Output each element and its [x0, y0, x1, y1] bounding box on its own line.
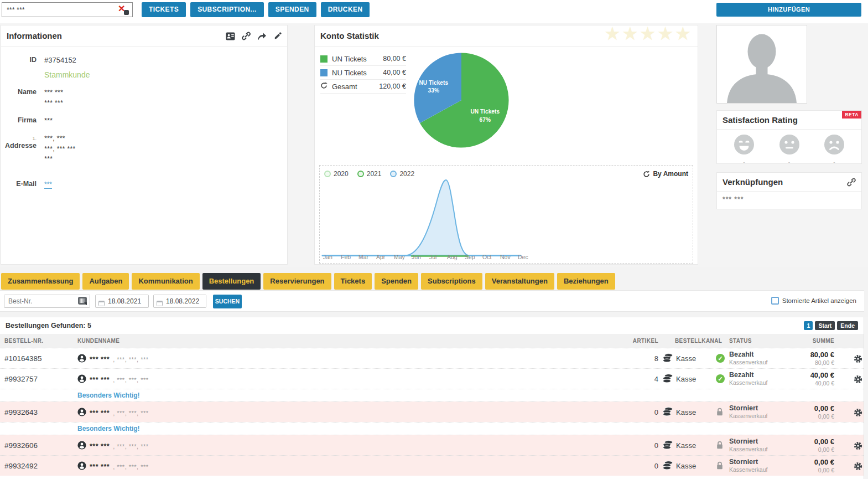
pie-label-nu: NU Tickets [419, 80, 448, 86]
order-note-row: Besonders Wichtig! [0, 422, 864, 435]
search-input[interactable] [2, 3, 132, 17]
orders-table-panel: Bestellungen Gefunden: 5 1 Start Ende BE… [0, 317, 864, 479]
status-label: Bezahlt [729, 371, 767, 379]
year-toggle-2022[interactable]: 2022 [390, 170, 414, 178]
order-number[interactable]: #9932606 [4, 441, 38, 450]
month-tick-jul: Jul [429, 254, 436, 260]
smiley-happy[interactable]: - [734, 134, 755, 165]
year-label: 2021 [367, 170, 382, 178]
pagination-start-button[interactable]: Start [815, 321, 835, 330]
action-button-subscription[interactable]: SUBSCRIPTION... [190, 2, 264, 17]
tab-aufgaben[interactable]: Aufgaben [82, 273, 129, 290]
tab-kommunikation[interactable]: Kommunikation [132, 273, 199, 290]
link-icon[interactable] [242, 32, 251, 43]
tab-reservierungen[interactable]: Reservierungen [263, 273, 331, 290]
order-note-link[interactable]: Besonders Wichtig! [77, 392, 140, 399]
check-icon: ✓ [716, 354, 725, 363]
by-amount-label: By Amount [653, 170, 688, 178]
tab-spenden[interactable]: Spenden [375, 273, 418, 290]
month-tick-apr: Apr [376, 254, 385, 260]
table-row[interactable]: #9932606*** ***, ***, ***, ***0KasseStor… [0, 435, 864, 455]
star-icon[interactable]: ★ [622, 24, 640, 43]
row-settings-gear-icon[interactable] [854, 441, 862, 452]
quick-action-buttons: TICKETSSUBSCRIPTION...SPENDENDRUCKEN [142, 2, 370, 17]
order-channel: Kasse [676, 441, 696, 450]
row-settings-gear-icon[interactable] [854, 375, 862, 386]
smiley-sad-count: - [824, 159, 845, 165]
date-from-field[interactable] [95, 295, 149, 308]
order-note-link[interactable]: Besonders Wichtig! [77, 425, 140, 432]
customer-name-rest: , ***, ***, *** [113, 463, 148, 470]
customer-search-field[interactable]: ✕ [2, 2, 133, 17]
action-button-spenden[interactable]: SPENDEN [268, 2, 316, 17]
customer-name-bold: *** *** [90, 463, 110, 471]
by-amount-toggle[interactable]: By Amount [643, 170, 688, 178]
sum-cell: 80,00 €80,00 € [763, 351, 834, 366]
order-channel: Kasse [676, 354, 696, 363]
linked-record-item[interactable]: *** *** [717, 192, 861, 207]
coins-icon [662, 440, 673, 450]
status-cell: StorniertKassenverkauf [729, 458, 767, 473]
refresh-icon[interactable] [320, 81, 328, 91]
cancelled-lock-icon [716, 441, 724, 451]
order-number-field[interactable] [4, 295, 90, 308]
smiley-neutral[interactable]: - [779, 134, 800, 165]
customer-name-rest: , ***, ***, *** [113, 356, 148, 363]
pagination-end-button[interactable]: Ende [837, 321, 858, 330]
statistic-legend-row: NU Tickets40,00 € [320, 66, 406, 80]
action-button-drucken[interactable]: DRUCKEN [321, 2, 370, 17]
email-link[interactable]: *** [44, 181, 52, 189]
search-button[interactable]: SUCHEN [213, 295, 242, 308]
tab-bestellungen[interactable]: Bestellungen [202, 273, 261, 290]
order-number-input[interactable] [4, 295, 90, 307]
year-toggle-2021[interactable]: 2021 [357, 170, 382, 178]
series-2022-area [407, 180, 468, 255]
column-header-4: STATUS [729, 338, 752, 344]
order-number[interactable]: #10164385 [4, 354, 42, 363]
action-button-tickets[interactable]: TICKETS [142, 2, 186, 17]
search-broken-image-icon[interactable]: ✕ [118, 4, 129, 16]
row-settings-gear-icon[interactable] [854, 354, 862, 365]
cancelled-checkbox[interactable] [771, 297, 779, 305]
star-icon[interactable]: ★ [605, 24, 622, 43]
tab-tickets[interactable]: Tickets [334, 273, 372, 290]
customer-name-rest: , ***, ***, *** [113, 443, 148, 450]
chain-link-icon[interactable] [847, 178, 856, 189]
legend-color-chip [320, 55, 328, 63]
order-number[interactable]: #9932492 [4, 462, 38, 470]
tab-subscriptions[interactable]: Subscriptions [421, 273, 482, 290]
refresh-icon [320, 82, 328, 89]
person-icon [77, 354, 86, 365]
order-number[interactable]: #9932757 [4, 375, 38, 383]
barcode-scan-icon[interactable] [78, 297, 88, 308]
table-row[interactable]: #9932492*** ***, ***, ***, ***0KasseStor… [0, 455, 864, 476]
sad-face-icon [824, 134, 845, 155]
table-row[interactable]: #9932757*** ***, ***, ***, ***4Kasse✓Bez… [0, 368, 864, 389]
sum-total: 40,00 € [763, 371, 834, 379]
table-row[interactable]: #9932643*** ***, ***, ***, ***0KasseStor… [0, 401, 864, 422]
address-card-icon[interactable] [226, 32, 235, 43]
smiley-happy-count: - [734, 159, 755, 165]
star-icon[interactable]: ★ [658, 24, 675, 43]
star-icon[interactable]: ★ [640, 24, 658, 43]
tab-beziehungen[interactable]: Beziehungen [557, 273, 615, 290]
date-to-field[interactable] [153, 295, 206, 308]
star-icon[interactable]: ★ [675, 24, 693, 43]
page-number-button[interactable]: 1 [804, 321, 813, 330]
share-icon[interactable] [257, 32, 267, 43]
statistic-legend-row: UN Tickets80,00 € [320, 52, 406, 66]
tab-veranstaltungen[interactable]: Veranstaltungen [485, 273, 554, 290]
table-row[interactable]: #10164385*** ***, ***, ***, ***8Kasse✓Be… [0, 348, 864, 368]
legend-value: 80,00 € [383, 55, 406, 63]
row-settings-gear-icon[interactable] [854, 462, 862, 473]
order-number[interactable]: #9932643 [4, 408, 38, 416]
edit-pencil-icon[interactable] [273, 32, 282, 43]
smiley-sad[interactable]: - [824, 134, 845, 165]
tab-zusammenfassung[interactable]: Zusammenfassung [1, 273, 80, 290]
row-settings-gear-icon[interactable] [854, 408, 862, 419]
year-toggle-2020[interactable]: 2020 [324, 170, 349, 178]
person-icon [77, 374, 86, 383]
person-icon [77, 441, 86, 452]
add-button[interactable]: HINZUFÜGEN [716, 3, 861, 17]
customer-name-rest: , ***, ***, *** [113, 410, 148, 416]
